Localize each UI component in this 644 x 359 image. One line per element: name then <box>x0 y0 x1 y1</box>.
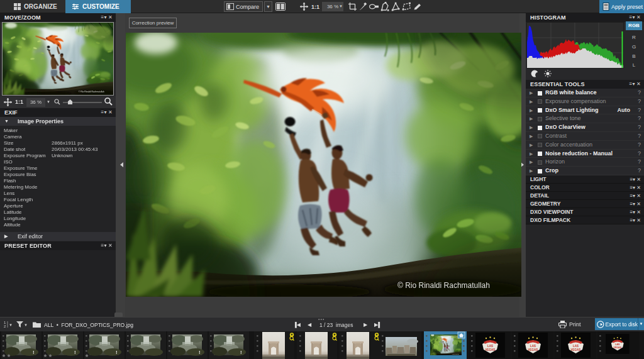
svg-text:2: 2 <box>4 324 6 328</box>
